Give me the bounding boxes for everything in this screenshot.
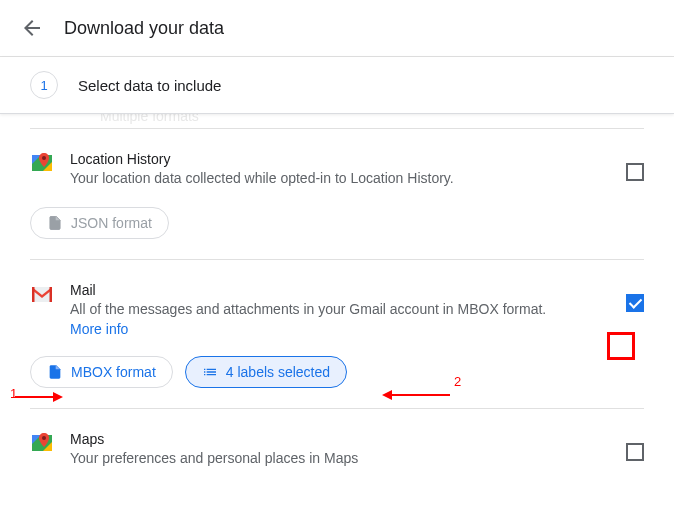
step-bar: 1 Select data to include bbox=[0, 57, 674, 114]
list-icon bbox=[202, 364, 218, 380]
gmail-icon bbox=[30, 282, 54, 306]
mail-checkbox[interactable] bbox=[626, 294, 644, 312]
file-icon bbox=[47, 215, 63, 231]
back-arrow-icon[interactable] bbox=[20, 16, 44, 40]
more-info-link[interactable]: More info bbox=[70, 321, 128, 337]
svg-rect-7 bbox=[50, 287, 53, 302]
service-description: Your location data collected while opted… bbox=[70, 169, 614, 189]
chip-label: MBOX format bbox=[71, 364, 156, 380]
file-icon bbox=[47, 364, 63, 380]
service-title: Location History bbox=[70, 151, 614, 167]
location-checkbox[interactable] bbox=[626, 163, 644, 181]
mail-format-chip[interactable]: MBOX format bbox=[30, 356, 173, 388]
service-title: Maps bbox=[70, 431, 614, 447]
annotation-label-1: 1 bbox=[10, 386, 17, 401]
page-title: Download your data bbox=[64, 18, 224, 39]
service-title: Mail bbox=[70, 282, 614, 298]
mail-labels-chip[interactable]: 4 labels selected bbox=[185, 356, 347, 388]
step-number: 1 bbox=[30, 71, 58, 99]
chip-label: 4 labels selected bbox=[226, 364, 330, 380]
chip-label: JSON format bbox=[71, 215, 152, 231]
location-history-icon bbox=[30, 151, 54, 175]
annotation-label-2: 2 bbox=[454, 374, 461, 389]
service-location-history: Location History Your location data coll… bbox=[30, 128, 644, 259]
svg-point-11 bbox=[42, 436, 46, 440]
content-area: Location History Your location data coll… bbox=[0, 128, 674, 489]
service-description: Your preferences and personal places in … bbox=[70, 449, 614, 469]
svg-rect-4 bbox=[32, 287, 52, 302]
page-header: Download your data bbox=[0, 0, 674, 57]
service-mail: Mail All of the messages and attachments… bbox=[30, 259, 644, 409]
svg-point-3 bbox=[42, 156, 46, 160]
step-title: Select data to include bbox=[78, 77, 221, 94]
location-format-chip[interactable]: JSON format bbox=[30, 207, 169, 239]
maps-icon bbox=[30, 431, 54, 455]
service-description: All of the messages and attachments in y… bbox=[70, 300, 614, 320]
maps-checkbox[interactable] bbox=[626, 443, 644, 461]
service-maps: Maps Your preferences and personal place… bbox=[30, 408, 644, 489]
svg-rect-6 bbox=[32, 287, 35, 302]
